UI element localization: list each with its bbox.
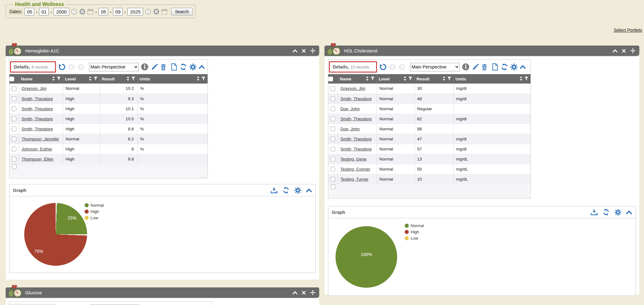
patient-name-link[interactable]: Grayson, Jim	[341, 86, 366, 91]
move-portlet-icon[interactable]	[310, 290, 315, 295]
collapse-section-icon[interactable]	[306, 188, 312, 192]
move-portlet-icon[interactable]	[630, 48, 636, 53]
filter-icon[interactable]	[524, 76, 529, 82]
patient-name-link[interactable]: Grayson, Jim	[22, 86, 47, 91]
patient-name-link[interactable]: Testing, Turner	[341, 177, 369, 182]
previous-icon[interactable]	[389, 63, 396, 71]
to-clear-icon[interactable]	[153, 8, 159, 15]
close-portlet-icon[interactable]	[302, 291, 306, 295]
refresh-icon[interactable]	[602, 209, 610, 216]
info-icon[interactable]	[462, 63, 469, 71]
sort-icon[interactable]	[197, 76, 200, 82]
filter-icon[interactable]	[201, 76, 206, 82]
from-day-input[interactable]	[39, 8, 49, 15]
filter-icon[interactable]	[370, 76, 375, 82]
row-checkbox[interactable]	[330, 147, 335, 151]
select-all-checkbox[interactable]	[328, 77, 333, 81]
sort-icon[interactable]	[52, 76, 55, 82]
row-checkbox[interactable]	[12, 96, 16, 101]
to-time-icon[interactable]	[145, 8, 151, 15]
row-checkbox[interactable]	[331, 184, 336, 189]
refresh-icon[interactable]	[282, 187, 290, 194]
from-year-input[interactable]	[53, 8, 69, 15]
row-checkbox[interactable]	[330, 137, 335, 141]
settings-gear-icon[interactable]	[614, 209, 621, 216]
settings-gear-icon[interactable]	[294, 187, 301, 194]
collapse-section-icon[interactable]	[199, 65, 205, 69]
patient-name-link[interactable]: Smith, Theodore	[22, 117, 53, 121]
previous-icon[interactable]	[68, 63, 75, 71]
patient-name-link[interactable]: Doe, John	[341, 106, 360, 111]
patient-name-link[interactable]: Thompson, Ellen	[22, 157, 53, 161]
search-button[interactable]: Search	[171, 8, 192, 15]
patient-name-link[interactable]: Smith, Theodore	[22, 96, 53, 101]
patient-name-link[interactable]: Smith, Theodore	[22, 106, 53, 111]
row-checkbox[interactable]	[330, 177, 335, 182]
undo-icon[interactable]	[379, 63, 387, 71]
row-checkbox[interactable]	[330, 157, 335, 161]
filter-icon[interactable]	[131, 76, 136, 82]
refresh-icon[interactable]	[180, 63, 187, 71]
close-portlet-icon[interactable]	[302, 49, 306, 53]
perspective-select[interactable]: Main Perspective	[410, 63, 460, 71]
perspective-select[interactable]: Main Perspective	[89, 63, 139, 71]
next-icon[interactable]	[398, 63, 406, 71]
delete-icon[interactable]	[481, 63, 488, 71]
from-calendar-icon[interactable]	[87, 8, 94, 15]
row-checkbox[interactable]	[12, 106, 16, 111]
filter-icon[interactable]	[57, 76, 61, 82]
next-icon[interactable]	[77, 63, 85, 71]
sort-icon[interactable]	[366, 76, 369, 82]
row-checkbox[interactable]	[330, 86, 335, 91]
patient-name-link[interactable]: Smith, Theodore	[341, 96, 372, 101]
row-checkbox[interactable]	[12, 86, 16, 91]
row-checkbox[interactable]	[330, 167, 335, 172]
collapse-section-icon[interactable]	[520, 65, 526, 69]
patient-name-link[interactable]: Testing, Gene	[341, 157, 367, 161]
patient-name-link[interactable]: Smith, Theodore	[22, 127, 53, 131]
to-month-input[interactable]	[98, 8, 108, 15]
filter-icon[interactable]	[93, 76, 98, 82]
select-all-checkbox[interactable]	[9, 77, 14, 81]
collapse-portlet-icon[interactable]	[613, 49, 618, 52]
settings-gear-icon[interactable]	[189, 63, 197, 71]
row-checkbox[interactable]	[330, 117, 335, 121]
to-day-input[interactable]	[113, 8, 123, 15]
select-portlets-link[interactable]: Select Portlets	[614, 28, 642, 33]
row-checkbox[interactable]	[12, 157, 16, 161]
row-checkbox[interactable]	[330, 96, 335, 101]
delete-icon[interactable]	[160, 63, 167, 71]
row-checkbox[interactable]	[330, 127, 335, 131]
patient-name-link[interactable]: Smith, Theodore	[341, 137, 372, 141]
row-checkbox[interactable]	[12, 164, 17, 169]
undo-icon[interactable]	[58, 63, 66, 71]
from-month-input[interactable]	[25, 8, 34, 15]
sort-icon[interactable]	[126, 76, 130, 82]
new-record-icon[interactable]	[171, 63, 177, 71]
edit-icon[interactable]	[151, 63, 158, 71]
row-checkbox[interactable]	[12, 127, 16, 131]
sort-icon[interactable]	[519, 76, 523, 82]
collapse-portlet-icon[interactable]	[292, 49, 297, 52]
sort-icon[interactable]	[403, 76, 407, 82]
refresh-icon[interactable]	[501, 63, 508, 71]
new-record-icon[interactable]	[492, 63, 498, 71]
download-icon[interactable]	[270, 187, 278, 193]
from-time-icon[interactable]	[71, 8, 77, 15]
collapse-section-icon[interactable]	[626, 210, 632, 214]
filter-icon[interactable]	[408, 76, 413, 82]
patient-name-link[interactable]: Doe, John	[341, 127, 360, 131]
row-checkbox[interactable]	[12, 147, 16, 151]
to-calendar-icon[interactable]	[161, 8, 168, 15]
filter-icon[interactable]	[447, 76, 452, 82]
patient-name-link[interactable]: Thompson, Jennifer	[22, 137, 59, 141]
patient-name-link[interactable]: Smith, Theodore	[341, 117, 372, 121]
close-portlet-icon[interactable]	[622, 49, 626, 53]
sort-icon[interactable]	[89, 76, 92, 82]
collapse-portlet-icon[interactable]	[292, 291, 297, 294]
patient-name-link[interactable]: Testing, Conner	[341, 167, 370, 172]
edit-icon[interactable]	[472, 63, 479, 71]
from-clear-icon[interactable]	[79, 8, 86, 15]
patient-name-link[interactable]: Smith, Theodore	[341, 147, 372, 151]
row-checkbox[interactable]	[12, 117, 16, 121]
